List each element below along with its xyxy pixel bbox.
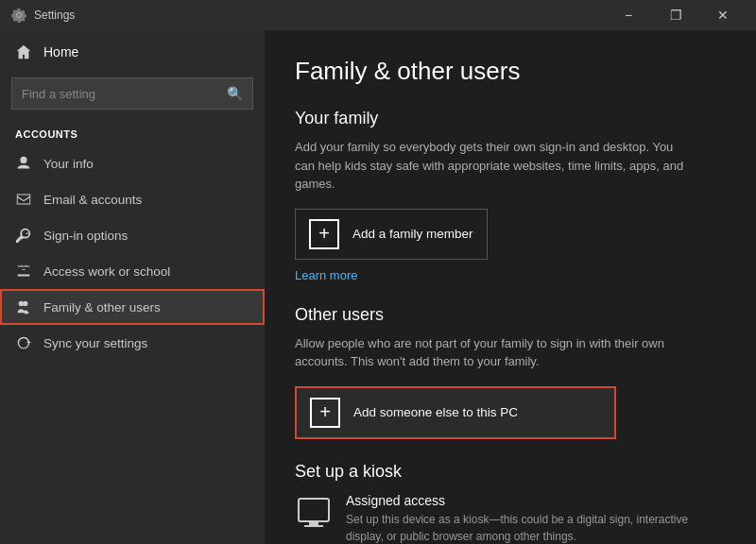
kiosk-section-title: Set up a kiosk	[295, 462, 726, 482]
sidebar-item-work-school[interactable]: Access work or school	[0, 253, 265, 289]
kiosk-item: Assigned access Set up this device as a …	[295, 493, 726, 545]
sidebar-item-home[interactable]: Home	[0, 30, 265, 74]
title-bar-title: Settings	[34, 8, 75, 22]
sync-settings-label: Sync your settings	[43, 336, 147, 350]
home-icon	[15, 43, 32, 60]
your-info-label: Your info	[43, 157, 94, 171]
svg-rect-2	[304, 525, 323, 527]
close-button[interactable]: ✕	[701, 0, 745, 30]
kiosk-text-block: Assigned access Set up this device as a …	[346, 493, 726, 545]
svg-rect-1	[309, 521, 318, 525]
app-body: Home 🔍 Accounts Your info Email & accoun…	[0, 30, 756, 544]
work-school-label: Access work or school	[43, 264, 170, 279]
maximize-button[interactable]: ❐	[654, 0, 697, 30]
kiosk-item-title: Assigned access	[346, 493, 726, 508]
title-bar-controls: − ❐ ✕	[607, 0, 745, 30]
add-family-member-button[interactable]: + Add a family member	[295, 209, 488, 260]
content-area: Family & other users Your family Add you…	[265, 30, 756, 544]
email-accounts-label: Email & accounts	[43, 193, 142, 207]
sign-in-label: Sign-in options	[43, 229, 128, 243]
home-label: Home	[43, 44, 78, 60]
sidebar-item-family-users[interactable]: Family & other users	[0, 289, 265, 325]
add-person-label: Add someone else to this PC	[353, 405, 518, 419]
kiosk-item-desc: Set up this device as a kiosk—this could…	[346, 511, 726, 545]
learn-more-link[interactable]: Learn more	[295, 268, 357, 282]
sidebar-item-your-info[interactable]: Your info	[0, 145, 265, 181]
your-family-title: Your family	[295, 109, 726, 128]
add-family-icon: +	[309, 219, 339, 249]
family-users-label: Family & other users	[43, 300, 161, 314]
title-bar: Settings − ❐ ✕	[0, 0, 756, 30]
page-title: Family & other users	[295, 57, 726, 86]
title-bar-left: Settings	[11, 8, 75, 23]
minimize-button[interactable]: −	[607, 0, 650, 30]
add-family-member-label: Add a family member	[352, 227, 473, 241]
search-box[interactable]: 🔍	[11, 77, 253, 110]
add-person-icon: +	[310, 398, 340, 428]
person-icon	[15, 155, 32, 172]
sidebar-item-email-accounts[interactable]: Email & accounts	[0, 181, 265, 217]
people-icon	[15, 298, 32, 315]
sidebar-item-sync-settings[interactable]: Sync your settings	[0, 325, 265, 361]
kiosk-section: Set up a kiosk Assigned access Set up th…	[295, 462, 726, 545]
search-icon: 🔍	[227, 86, 243, 101]
email-icon	[15, 191, 32, 208]
key-icon	[15, 227, 32, 244]
sidebar-item-sign-in[interactable]: Sign-in options	[0, 217, 265, 253]
add-person-button[interactable]: + Add someone else to this PC	[295, 386, 616, 439]
sidebar: Home 🔍 Accounts Your info Email & accoun…	[0, 30, 265, 544]
your-family-desc: Add your family so everybody gets their …	[295, 138, 692, 194]
search-input[interactable]	[22, 87, 227, 101]
svg-rect-0	[299, 499, 329, 521]
other-users-title: Other users	[295, 305, 726, 325]
sidebar-section-label: Accounts	[0, 121, 265, 145]
settings-icon	[11, 8, 26, 23]
kiosk-icon	[295, 495, 333, 533]
sync-icon	[15, 334, 32, 351]
other-users-desc: Allow people who are not part of your fa…	[295, 334, 692, 371]
briefcase-icon	[15, 263, 32, 280]
